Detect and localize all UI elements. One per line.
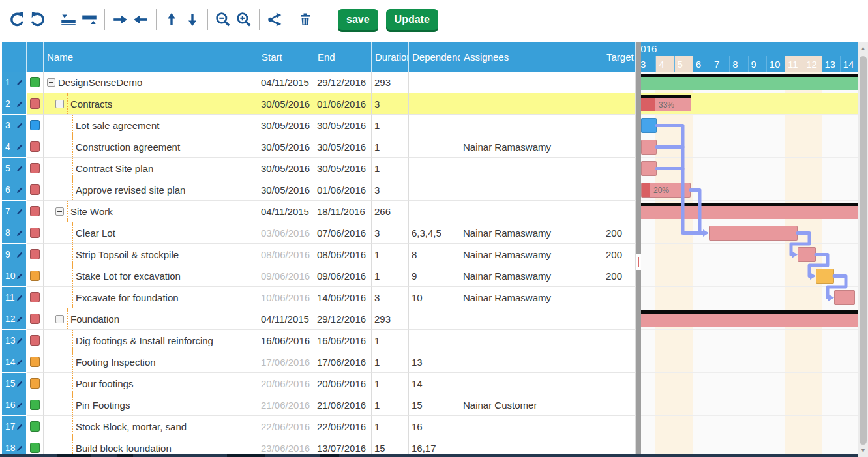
task-name-cell[interactable]: Pour footings [44, 373, 258, 394]
row-number-cell[interactable]: 15 [2, 373, 27, 394]
start-cell[interactable]: 22/06/2016 [258, 416, 314, 437]
start-cell[interactable]: 17/06/2016 [258, 351, 314, 373]
task-name-cell[interactable]: DesignSenseDemo [44, 72, 258, 93]
end-cell[interactable]: 08/06/2016 [314, 244, 372, 265]
edit-pencil-icon[interactable] [16, 359, 23, 366]
dependency-cell[interactable]: 16 [409, 416, 460, 437]
row-number-cell[interactable]: 5 [2, 158, 27, 179]
move-down-icon[interactable] [182, 8, 203, 31]
gantt-task-bar[interactable] [641, 161, 657, 176]
target-cell[interactable] [603, 201, 636, 222]
edit-pencil-icon[interactable] [16, 100, 23, 108]
end-cell[interactable]: 09/06/2016 [314, 265, 372, 287]
edit-pencil-icon[interactable] [16, 165, 23, 172]
status-cell[interactable] [27, 373, 44, 394]
end-cell[interactable]: 18/11/2016 [314, 201, 372, 222]
start-cell[interactable]: 03/06/2016 [258, 222, 314, 244]
row-number-cell[interactable]: 12 [2, 308, 27, 330]
edit-pencil-icon[interactable] [16, 186, 23, 194]
target-cell[interactable] [603, 136, 636, 158]
assignees-cell[interactable] [460, 330, 603, 351]
start-cell[interactable]: 30/05/2016 [258, 115, 314, 136]
dependency-cell[interactable]: 13 [409, 351, 460, 373]
start-cell[interactable]: 30/05/2016 [258, 179, 314, 201]
end-cell[interactable]: 29/12/2016 [314, 72, 372, 93]
header-duration[interactable]: Duration [372, 42, 409, 72]
gantt-task-bar[interactable] [816, 269, 834, 284]
status-cell[interactable] [27, 158, 44, 179]
target-cell[interactable] [603, 93, 636, 115]
gantt-task-bar[interactable] [641, 118, 657, 133]
target-cell[interactable] [603, 373, 636, 394]
status-swatch[interactable] [30, 400, 40, 410]
status-cell[interactable] [27, 351, 44, 373]
edit-pencil-icon[interactable] [16, 337, 23, 344]
duration-cell[interactable]: 3 [372, 222, 409, 244]
row-number-cell[interactable]: 2 [2, 93, 27, 115]
indent-icon[interactable] [110, 8, 130, 31]
start-cell[interactable]: 30/05/2016 [258, 93, 314, 115]
dependency-cell[interactable]: 6,3,4,5 [409, 222, 460, 244]
edit-pencil-icon[interactable] [16, 229, 23, 237]
target-cell[interactable]: 200 [603, 244, 636, 265]
assignees-cell[interactable]: Nainar Ramaswamy [460, 287, 603, 308]
edit-pencil-icon[interactable] [16, 294, 23, 301]
row-number-cell[interactable]: 13 [2, 330, 27, 351]
status-swatch[interactable] [30, 206, 40, 216]
status-swatch[interactable] [30, 249, 40, 259]
dependency-cell[interactable]: 9 [409, 265, 460, 287]
duration-cell[interactable]: 293 [372, 308, 409, 330]
gantt-task-bar[interactable]: 20% [641, 183, 691, 198]
status-swatch[interactable] [30, 141, 40, 152]
row-number-cell[interactable]: 6 [2, 179, 27, 201]
target-cell[interactable] [603, 115, 636, 136]
duration-cell[interactable]: 266 [372, 201, 409, 222]
duration-cell[interactable]: 3 [372, 93, 409, 115]
task-name-cell[interactable]: Clear Lot [44, 222, 258, 244]
start-cell[interactable]: 20/06/2016 [258, 373, 314, 394]
splitter-handle[interactable] [636, 42, 641, 457]
edit-pencil-icon[interactable] [16, 445, 23, 452]
scrollbar-thumb[interactable] [860, 56, 867, 445]
edit-pencil-icon[interactable] [16, 79, 23, 86]
end-cell[interactable]: 16/06/2016 [314, 330, 372, 351]
gantt-summary-bar[interactable] [641, 206, 858, 219]
status-cell[interactable] [27, 265, 44, 287]
assignees-cell[interactable] [460, 72, 603, 93]
status-swatch[interactable] [30, 421, 40, 432]
end-cell[interactable]: 07/06/2016 [314, 222, 372, 244]
start-cell[interactable]: 16/06/2016 [258, 330, 314, 351]
start-cell[interactable]: 04/11/2015 [258, 72, 314, 93]
assignees-cell[interactable] [460, 308, 603, 330]
target-cell[interactable] [603, 72, 636, 93]
dependency-cell[interactable] [409, 308, 460, 330]
gantt-task-bar[interactable] [709, 226, 798, 241]
duration-cell[interactable]: 1 [372, 394, 409, 416]
gantt-summary-bar[interactable] [641, 314, 858, 327]
start-cell[interactable]: 30/05/2016 [258, 136, 314, 158]
row-number-cell[interactable]: 11 [2, 287, 27, 308]
row-number-cell[interactable]: 3 [2, 115, 27, 136]
task-name-cell[interactable]: Stock Block, mortar, sand [44, 416, 258, 437]
header-target[interactable]: Target [603, 42, 636, 72]
start-cell[interactable]: 30/05/2016 [258, 158, 314, 179]
end-cell[interactable]: 22/06/2016 [314, 416, 372, 437]
assignees-cell[interactable] [460, 115, 603, 136]
status-swatch[interactable] [30, 163, 40, 173]
header-assignees[interactable]: Assignees [460, 42, 603, 72]
edit-pencil-icon[interactable] [16, 143, 23, 151]
assignees-cell[interactable] [460, 416, 603, 437]
assignees-cell[interactable] [460, 179, 603, 201]
dependency-cell[interactable] [409, 158, 460, 179]
duration-cell[interactable]: 293 [372, 72, 409, 93]
move-up-icon[interactable] [161, 8, 182, 31]
collapse-toggle-icon[interactable] [55, 315, 64, 323]
target-cell[interactable]: 200 [603, 222, 636, 244]
status-swatch[interactable] [30, 184, 40, 195]
target-cell[interactable] [603, 330, 636, 351]
task-name-cell[interactable]: Excavate for foundation [44, 287, 258, 308]
task-name-cell[interactable]: Footing Inspection [44, 351, 258, 373]
edit-pencil-icon[interactable] [16, 251, 23, 258]
insert-above-icon[interactable] [58, 8, 79, 31]
edit-pencil-icon[interactable] [16, 316, 23, 323]
